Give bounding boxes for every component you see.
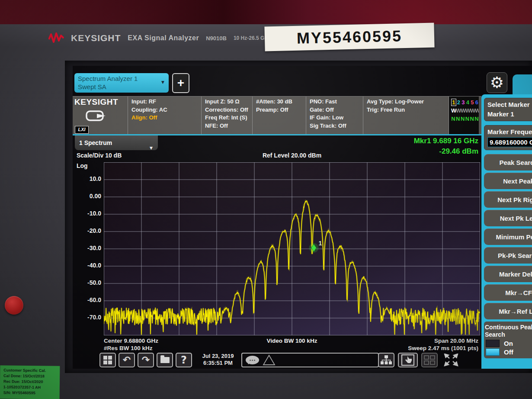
panel-button[interactable]: Minimum Peak [484, 228, 532, 245]
menu-panel-top [513, 74, 532, 94]
marker-readout-frequency: Mkr1 9.689 16 GHz [414, 137, 478, 145]
marker-trace-letter: W [451, 107, 455, 114]
settings-line: Align: Off [131, 114, 199, 122]
panel-button[interactable]: Mkr→Ref Lvl [484, 303, 532, 319]
panel-button[interactable]: Pk-Pk Search [484, 247, 532, 264]
select-marker-label: Select Marker [487, 100, 532, 109]
settings-line: Avg Type: Log-Power [367, 98, 446, 106]
time-label: 6:35:51 PM [196, 360, 240, 367]
marker-frequency-field[interactable]: Marker Frequency 9.689160000 GHz [484, 125, 532, 150]
brand-name: KEYSIGHT [71, 33, 121, 43]
windows-button[interactable] [99, 353, 116, 367]
marker-frequency-value: 9.689160000 GHz [487, 137, 532, 147]
marker-table-row: WWWWWW [451, 106, 479, 115]
y-axis-tick-label: -60.0 [80, 296, 101, 303]
redo-button[interactable]: ↷ [138, 353, 154, 367]
file-button[interactable] [157, 353, 173, 367]
sweep-label: Sweep 2.47 ms (1001 pts) [408, 345, 478, 351]
continuous-peak-search: Continuous Peak Search On Off [484, 322, 532, 358]
fullscreen-button[interactable] [441, 353, 461, 367]
marker-state-letter: N [456, 116, 460, 122]
marker-table: 123456WWWWWWNNNNNN [449, 97, 479, 135]
grid-icon [424, 355, 435, 365]
settings-line: Input Z: 50 Ω [205, 98, 250, 106]
y-axis-tick-label: -20.0 [80, 227, 101, 234]
marker-state-letter: N [474, 116, 479, 122]
add-tab-button[interactable]: + [172, 73, 189, 93]
window-selector[interactable]: 1 Spectrum ▼ [75, 135, 158, 150]
panel-button[interactable]: Next Pk Left [484, 210, 532, 226]
marker-number-label: 1 [318, 240, 322, 247]
y-axis-tick-label: -40.0 [80, 262, 101, 269]
settings-line: Sig Track: Off [310, 122, 360, 130]
panel-button[interactable]: Marker Delta [484, 266, 532, 282]
chevron-down-icon[interactable]: ▼ [161, 80, 164, 84]
marker-table-row: NNNNNN [451, 115, 479, 123]
marker-buttons: Peak SearchNext PeakNext Pk RightNext Pk… [484, 154, 532, 319]
settings-column: #Atten: 30 dBPreamp: Off [253, 97, 306, 135]
marker-menu-panel: Select Marker Marker 1 Marker Frequency … [481, 94, 532, 369]
touch-screen: Spectrum Analyzer 1 Swept SA ▼ + ⚙ KEYSI… [73, 66, 532, 369]
settings-line: NFE: Off [205, 122, 250, 130]
settings-column: Input: RFCoupling: ACAlign: Off [128, 97, 202, 135]
panel-button[interactable]: Next Pk Right [484, 191, 532, 208]
panel-button-label: Pk-Pk Search [498, 252, 532, 259]
panel-button[interactable]: Mkr→CF [484, 284, 532, 301]
marker-readout-amplitude: -29.46 dBm [439, 147, 478, 156]
settings-line: Freq Ref: Int (S) [205, 114, 250, 122]
span-label: Span 20.00 MHz [434, 338, 478, 344]
cps-off-indicator [486, 348, 500, 356]
help-button[interactable]: ? [176, 353, 192, 367]
cps-on-indicator [486, 340, 500, 347]
serial-number: MY55460595 [296, 27, 402, 48]
measurement-tab[interactable]: Spectrum Analyzer 1 Swept SA ▼ [74, 73, 169, 93]
settings-line: PNO: Fast [310, 98, 360, 106]
log-scale-label: Log [77, 162, 88, 169]
panel-button-label: Mkr→Ref Lvl [499, 308, 532, 315]
bezel-branding: KEYSIGHT EXA Signal Analyzer N9010B 10 H… [48, 29, 271, 48]
system-settings-button[interactable]: ⚙ [487, 72, 507, 93]
date-label: Jul 23, 2019 [196, 353, 240, 360]
tab-subtitle: Swept SA [78, 83, 165, 91]
keysight-spark-icon [48, 32, 64, 44]
marker-trace-letter: W [475, 107, 479, 114]
y-axis-tick-label: -10.0 [80, 210, 101, 217]
annotation-input[interactable] [241, 353, 379, 367]
panel-button-label: Next Pk Right [497, 196, 532, 203]
cps-off-option[interactable]: Off [486, 348, 532, 356]
undo-button[interactable]: ↶ [119, 353, 135, 367]
remote-interface-icon [86, 110, 107, 123]
settings-line: Input: RF [131, 98, 199, 106]
marker-table-row: 123456 [451, 98, 479, 106]
power-button[interactable] [5, 296, 23, 315]
cal-sticker-line: 1-10520372357-1 AH [3, 384, 58, 390]
select-marker-dropdown[interactable]: Select Marker Marker 1 [484, 98, 532, 121]
panel-button-label: Peak Search [499, 159, 532, 166]
select-marker-value: Marker 1 [487, 109, 532, 119]
tab-title: Spectrum Analyzer 1 [78, 74, 165, 83]
keysight-logo-text: KEYSIGHT [74, 97, 128, 107]
grid-layout-button[interactable] [421, 353, 438, 367]
touch-select-button[interactable] [398, 353, 418, 367]
settings-line: #Atten: 30 dB [256, 98, 303, 106]
spectrum-graticule: 1 [104, 162, 480, 335]
settings-line: Corrections: Off [205, 106, 250, 114]
windows-icon [103, 356, 112, 364]
help-icon: ? [181, 355, 187, 365]
panel-button[interactable]: Peak Search [484, 154, 532, 171]
serial-number-sticker: MY55460595 [264, 23, 434, 51]
cps-on-option[interactable]: On [486, 340, 532, 347]
panel-button-label: Next Peak [503, 177, 532, 185]
expand-arrows-icon [444, 354, 458, 367]
y-axis-tick-label: 10.0 [80, 175, 101, 182]
cps-off-label: Off [504, 348, 513, 356]
panel-button-label: Marker Delta [499, 270, 532, 278]
settings-bar: KEYSIGHT Input: RFCoupling: ACAlign: Off… [73, 96, 481, 135]
panel-button[interactable]: Next Peak [484, 173, 532, 189]
marker-trace-letter: W [461, 107, 465, 114]
settings-columns: Input: RFCoupling: ACAlign: OffInput Z: … [128, 97, 449, 135]
marker-number: 5 [470, 99, 474, 106]
undo-icon: ↶ [123, 355, 131, 365]
window-arrange-button[interactable] [378, 353, 394, 367]
marker-trace-letter: W [465, 107, 470, 114]
